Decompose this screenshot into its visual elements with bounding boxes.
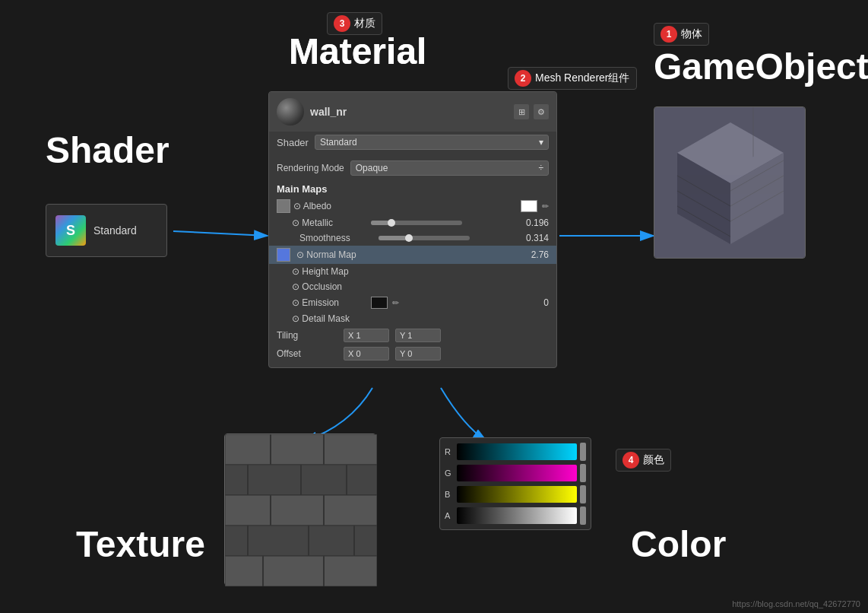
smoothness-label: Smoothness [277,233,375,243]
panel-title: wall_nr [310,106,508,118]
detail-mask-label: ⊙ Detail Mask [277,313,350,324]
badge2-label: 2 Mesh Renderer组件 [508,67,637,90]
badge1-text: 物体 [681,27,702,41]
height-map-row: ⊙ Height Map [269,264,556,279]
smoothness-thumb [405,234,413,242]
r-bar-row: R [440,441,591,462]
metallic-label: ⊙ Metallic [277,218,368,228]
metallic-row: ⊙ Metallic 0.196 [269,215,556,230]
offset-label: Offset [277,348,337,359]
shader-label: Shader [277,137,309,148]
a-handle[interactable] [580,507,586,525]
gameobject-image [654,106,806,259]
badge1-label: 1 物体 [654,23,709,46]
badge3-number: 3 [334,15,350,32]
badge4-number: 4 [622,452,639,468]
texture-svg [225,434,377,586]
panel-icon-btn-2[interactable]: ⚙ [534,104,549,119]
badge1-number: 1 [661,26,677,43]
badge3-text: 材质 [354,17,375,30]
main-maps-header: Main Maps [269,179,556,197]
r-handle[interactable] [580,443,586,461]
pencil-icon-albedo: ✏ [542,202,549,211]
offset-y-label: Y 0 [400,349,412,358]
main-maps-label: Main Maps [277,183,327,195]
smoothness-slider[interactable] [379,236,470,240]
texture-title: Texture [76,523,205,565]
emission-label: ⊙ Emission [277,297,368,308]
albedo-thumb [277,199,290,213]
tiling-y-label: Y 1 [400,331,412,340]
a-bar [457,507,577,524]
rendering-mode-row: Rendering Mode Opaque ÷ [269,157,556,179]
metallic-fill [371,221,389,225]
smoothness-fill [379,236,407,240]
shader-row: Shader Standard ▾ [269,132,556,153]
shader-box: S Standard [46,204,167,257]
shader-name: Standard [93,224,137,237]
shader-title: Shader [46,129,169,171]
metallic-slider[interactable] [371,221,462,225]
detail-mask-row: ⊙ Detail Mask [269,311,556,326]
offset-row: Offset X 0 Y 0 [269,345,556,363]
offset-y-input[interactable]: Y 0 [395,347,441,360]
g-bar [457,465,577,481]
rendering-mode-label: Rendering Mode [277,163,344,173]
height-map-label: ⊙ Height Map [277,266,349,277]
albedo-row: ⊙ Albedo ✏ [269,197,556,215]
metallic-value: 0.196 [521,218,549,228]
panel-icon-btn-1[interactable]: ⊞ [514,104,529,119]
offset-x-label: X 0 [348,349,361,358]
tiling-x-label: X 1 [348,331,361,340]
badge4-text: 颜色 [643,453,664,467]
normal-map-row: ⊙ Normal Map 2.76 [269,246,556,264]
arrow-panel-to-color [441,388,486,441]
material-sphere [277,98,304,125]
stone-svg [654,107,806,259]
a-label: A [445,511,454,520]
g-handle[interactable] [580,464,586,482]
emission-row: ⊙ Emission ✏ 0 [269,294,556,311]
tiling-y-input[interactable]: Y 1 [395,329,441,342]
g-label: G [445,468,454,478]
albedo-label: ⊙ Albedo [293,201,331,211]
albedo-swatch[interactable] [521,200,537,212]
tiling-label: Tiling [277,330,337,341]
rendering-mode-value: Opaque [356,163,388,173]
badge2-number: 2 [515,70,531,87]
offset-x-input[interactable]: X 0 [344,347,389,360]
tiling-x-input[interactable]: X 1 [344,329,389,342]
occlusion-row: ⊙ Occlusion [269,279,556,294]
b-handle[interactable] [580,485,586,503]
rendering-mode-dropdown[interactable]: Opaque ÷ [350,160,549,176]
r-bar [457,443,577,460]
tiling-row: Tiling X 1 Y 1 [269,326,556,345]
arrow-shader-to-panel [173,231,268,236]
color-title: Color [631,523,726,565]
gameobject-title: GameObject [654,46,868,87]
normal-map-label: ⊙ Normal Map [293,249,356,260]
texture-thumb [224,434,376,586]
b-bar [457,486,577,503]
emission-value: 0 [521,297,549,308]
b-bar-row: B [440,484,591,505]
shader-dropdown[interactable]: Standard ▾ [315,135,549,150]
r-label: R [445,447,454,456]
svg-rect-17 [225,556,377,586]
metallic-thumb [388,219,395,227]
panel-header: wall_nr ⊞ ⚙ [269,92,556,132]
normal-map-thumb [277,248,290,262]
a-bar-row: A [440,505,591,526]
url-text: https://blog.csdn.net/qq_42672770 [732,599,860,608]
emission-swatch[interactable] [371,297,388,309]
panel-icons: ⊞ ⚙ [514,104,549,119]
shader-letter: S [66,223,75,239]
pencil-icon-emission: ✏ [392,298,399,308]
color-panel: R G B A [439,437,591,530]
b-label: B [445,490,454,499]
normal-map-value: 2.76 [521,249,549,260]
svg-rect-15 [225,495,377,526]
smoothness-value: 0.314 [521,233,549,243]
g-bar-row: G [440,462,591,484]
smoothness-row: Smoothness 0.314 [269,230,556,246]
